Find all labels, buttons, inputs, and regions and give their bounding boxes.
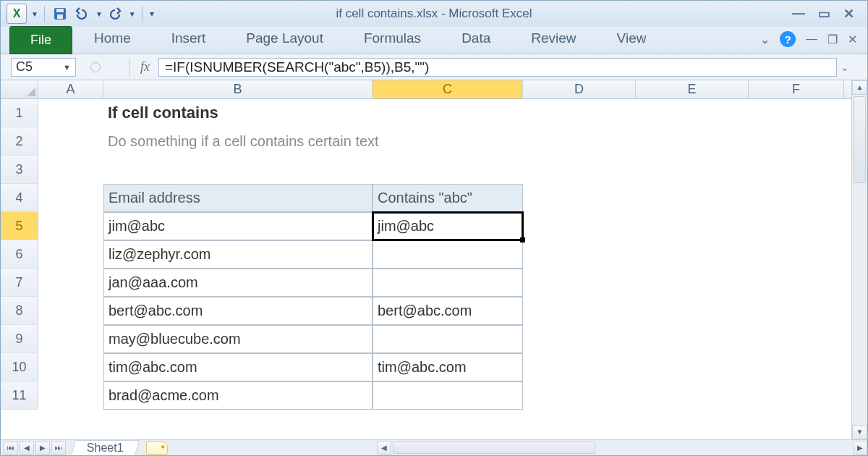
row-header-2[interactable]: 2 bbox=[1, 127, 38, 156]
sheet-tab-1[interactable]: Sheet1 bbox=[71, 440, 139, 455]
redo-dropdown-icon[interactable]: ▼ bbox=[129, 10, 136, 18]
undo-dropdown-icon[interactable]: ▼ bbox=[95, 10, 103, 18]
save-button[interactable] bbox=[51, 4, 69, 23]
col-header-e[interactable]: E bbox=[636, 80, 749, 98]
cell-f3[interactable] bbox=[749, 156, 844, 184]
row-header-1[interactable]: 1 bbox=[1, 99, 38, 127]
cell-e4[interactable] bbox=[636, 184, 749, 212]
cell-a5[interactable] bbox=[38, 212, 103, 240]
maximize-button[interactable]: ▭ bbox=[818, 6, 830, 22]
scroll-up-button[interactable]: ▲ bbox=[852, 80, 867, 95]
cell-f5[interactable] bbox=[749, 212, 844, 240]
col-header-b[interactable]: B bbox=[103, 80, 373, 98]
cell-f8[interactable] bbox=[749, 297, 844, 325]
row-header-8[interactable]: 8 bbox=[1, 297, 38, 325]
qat-customize-icon[interactable]: ▾ bbox=[150, 9, 154, 19]
undo-button[interactable] bbox=[72, 4, 91, 23]
cell-c5-active[interactable]: jim@abc bbox=[373, 212, 523, 240]
cell-d8[interactable] bbox=[523, 297, 636, 325]
doc-restore-button[interactable]: ❐ bbox=[827, 33, 838, 46]
scroll-right-button[interactable]: ▶ bbox=[853, 441, 867, 455]
cell-e9[interactable] bbox=[636, 325, 749, 353]
fx-icon[interactable]: fx bbox=[129, 58, 150, 77]
vertical-scrollbar[interactable]: ▲ ▼ bbox=[851, 80, 867, 439]
scroll-down-button[interactable]: ▼ bbox=[852, 425, 867, 439]
cell-f2[interactable] bbox=[749, 127, 844, 156]
cell-a11[interactable] bbox=[38, 381, 103, 410]
cell-a3[interactable] bbox=[38, 156, 103, 184]
row-header-10[interactable]: 10 bbox=[1, 353, 38, 381]
cell-c6[interactable] bbox=[373, 240, 523, 269]
col-header-d[interactable]: D bbox=[523, 80, 636, 98]
cell-f11[interactable] bbox=[749, 381, 844, 410]
ribbon-minimize-icon[interactable]: ⌄ bbox=[760, 33, 770, 46]
col-header-a[interactable]: A bbox=[38, 80, 103, 98]
cell-e5[interactable] bbox=[636, 212, 749, 240]
cell-e3[interactable] bbox=[636, 156, 749, 184]
cell-b8[interactable]: bert@abc.com bbox=[103, 297, 373, 325]
cell-d3[interactable] bbox=[523, 156, 636, 184]
cell-e11[interactable] bbox=[636, 381, 749, 410]
cell-f10[interactable] bbox=[749, 353, 844, 381]
cell-d10[interactable] bbox=[523, 353, 636, 381]
cell-a2[interactable] bbox=[38, 127, 103, 156]
formula-input[interactable]: =IF(ISNUMBER(SEARCH("abc",B5)),B5,"") bbox=[158, 58, 837, 77]
cell-d5[interactable] bbox=[523, 212, 636, 240]
sheet-nav-prev-icon[interactable]: ◀ bbox=[20, 442, 34, 455]
sheet-nav-first-icon[interactable]: ⏮ bbox=[4, 442, 18, 455]
table-header-email[interactable]: Email address bbox=[103, 184, 373, 212]
row-header-5[interactable]: 5 bbox=[1, 212, 38, 240]
select-all-corner[interactable] bbox=[1, 80, 38, 98]
cell-e10[interactable] bbox=[636, 353, 749, 381]
row-header-4[interactable]: 4 bbox=[1, 184, 38, 212]
cell-f7[interactable] bbox=[749, 269, 844, 297]
row-header-3[interactable]: 3 bbox=[1, 156, 38, 184]
redo-button[interactable] bbox=[106, 4, 124, 23]
cell-e6[interactable] bbox=[636, 240, 749, 269]
horizontal-scrollbar[interactable]: ◀ ▶ bbox=[377, 440, 867, 455]
cell-b9[interactable]: may@bluecube.com bbox=[103, 325, 373, 353]
cell-b1-title[interactable]: If cell contains bbox=[103, 99, 373, 127]
grid[interactable]: A B C D E F 1 If cell contains bbox=[1, 80, 867, 455]
row-header-9[interactable]: 9 bbox=[1, 325, 38, 353]
tab-view[interactable]: View bbox=[598, 26, 665, 54]
cell-a9[interactable] bbox=[38, 325, 103, 353]
name-box[interactable]: C5 ▼ bbox=[11, 58, 76, 77]
cell-a7[interactable] bbox=[38, 269, 103, 297]
cell-f9[interactable] bbox=[749, 325, 844, 353]
tab-home[interactable]: Home bbox=[75, 26, 150, 54]
cell-b6[interactable]: liz@zephyr.com bbox=[103, 240, 373, 269]
cell-d4[interactable] bbox=[523, 184, 636, 212]
sheet-nav-last-icon[interactable]: ⏭ bbox=[51, 442, 66, 455]
cell-c8[interactable]: bert@abc.com bbox=[373, 297, 523, 325]
close-button[interactable]: ✕ bbox=[843, 6, 854, 22]
cell-c11[interactable] bbox=[373, 381, 523, 410]
cell-a4[interactable] bbox=[38, 184, 103, 212]
sheet-nav-next-icon[interactable]: ▶ bbox=[35, 442, 50, 455]
horizontal-scroll-thumb[interactable] bbox=[393, 442, 595, 454]
cell-e7[interactable] bbox=[636, 269, 749, 297]
doc-close-button[interactable]: ✕ bbox=[848, 33, 857, 46]
cell-d7[interactable] bbox=[523, 269, 636, 297]
name-box-dropdown-icon[interactable]: ▼ bbox=[63, 63, 71, 72]
cell-a1[interactable] bbox=[38, 99, 103, 127]
row-header-7[interactable]: 7 bbox=[1, 269, 38, 297]
cell-a8[interactable] bbox=[38, 297, 103, 325]
cell-f6[interactable] bbox=[749, 240, 844, 269]
formula-expand-icon[interactable]: ⌄ bbox=[837, 62, 853, 73]
minimize-button[interactable]: — bbox=[792, 6, 805, 22]
cell-c1[interactable] bbox=[373, 99, 523, 127]
cell-b11[interactable]: brad@acme.com bbox=[103, 381, 373, 410]
cell-b2-subtitle[interactable]: Do something if a cell contains certain … bbox=[103, 127, 523, 156]
scroll-left-button[interactable]: ◀ bbox=[377, 441, 391, 455]
qat-logo-dropdown-icon[interactable]: ▼ bbox=[31, 10, 38, 18]
cell-e2[interactable] bbox=[636, 127, 749, 156]
tab-review[interactable]: Review bbox=[512, 26, 595, 54]
cell-b5[interactable]: jim@abc bbox=[103, 212, 373, 240]
cell-c10[interactable]: tim@abc.com bbox=[373, 353, 523, 381]
cell-d9[interactable] bbox=[523, 325, 636, 353]
doc-minimize-button[interactable]: — bbox=[806, 33, 817, 46]
row-header-6[interactable]: 6 bbox=[1, 240, 38, 269]
vertical-scroll-thumb[interactable] bbox=[854, 96, 866, 183]
tab-data[interactable]: Data bbox=[443, 26, 509, 54]
